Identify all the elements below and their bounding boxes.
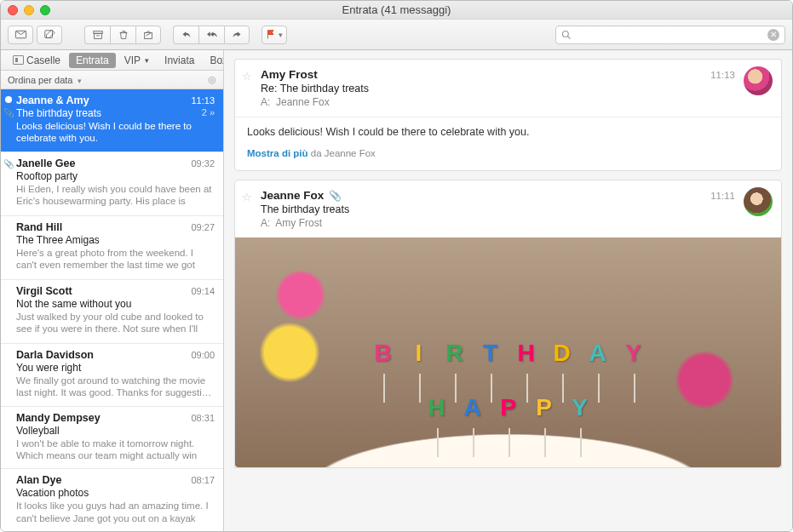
unread-dot-icon [5,96,12,103]
archive-button[interactable] [84,26,110,44]
candle-letter: H [422,387,451,428]
sender-label: Virgil Scott [16,285,72,297]
preview-text: Looks delicious! Wish I could be there t… [16,120,215,145]
sent-label: Inviata [164,54,194,66]
archive-icon [92,29,104,41]
message-row[interactable]: Darla Davidson09:00You were rightWe fina… [1,344,223,407]
archive-group [84,26,161,44]
inbox-tab[interactable]: Entrata [69,53,116,68]
delete-button[interactable] [110,26,135,44]
candle-letter: P [494,387,523,428]
body-text: Looks delicious! Wish I could be there t… [247,126,769,138]
from-label: Amy Frost [261,68,769,81]
close-window-button[interactable] [8,5,18,15]
inbox-label: Entrata [76,54,109,66]
zoom-window-button[interactable] [40,5,50,15]
flag-icon [266,29,277,40]
vip-tab[interactable]: VIP▾ [118,53,156,68]
message-card[interactable]: ☆ Amy Frost Re: The birthday treats A: J… [234,59,782,171]
candle-letter: I [405,333,434,374]
attachment-icon: 📎 [3,108,14,117]
time-label: 11:11 [710,191,735,201]
attachment-icon: 📎 [3,159,14,169]
trash-icon [118,29,129,41]
flag-button[interactable]: ▾ [261,26,287,44]
time-label: 11:13 [191,95,215,106]
filter-icon[interactable]: ◎ [208,74,216,85]
message-row[interactable]: Mandy Dempsey08:31VolleyballI won't be a… [1,407,223,470]
mailboxes-button[interactable]: Caselle [6,53,67,68]
preview-text: Here's a great photo from the weekend. I… [16,247,215,272]
show-more-link[interactable]: Mostra di più da Jeanne Fox [247,148,769,158]
svg-rect-5 [145,32,152,38]
message-row[interactable]: Virgil Scott09:14Not the same without yo… [1,280,223,344]
candle-letter: B [369,333,398,374]
junk-button[interactable] [135,26,161,44]
candle-letter: Y [566,387,595,428]
time-label: 11:13 [710,70,735,80]
drafts-label: Bozze [210,54,224,66]
sender-label: Mandy Dempsey [16,412,101,424]
candle-letter: Y [619,333,648,374]
clear-search-button[interactable]: ✕ [767,29,779,41]
subject-label: Re: The birthday treats [261,83,769,94]
subject-label: The birthday treats [261,203,769,215]
candle-letter: T [476,333,505,374]
message-card[interactable]: ☆ Jeanne Fox📎 The birthday treats A: Amy… [234,180,782,468]
message-row[interactable]: Rand Hill09:27The Three AmigasHere's a g… [1,216,223,280]
traffic-lights [8,5,50,15]
subject-label: Vacation photos [16,487,89,499]
mailboxes-label: Caselle [26,54,60,66]
subject-label: Not the same without you [16,298,131,310]
vip-label: VIP [124,54,141,66]
sent-tab[interactable]: Inviata [158,53,201,68]
message-row[interactable]: Alan Dye08:17Vacation photosIt looks lik… [1,469,223,532]
preview-pane: ☆ Amy Frost Re: The birthday treats A: J… [224,50,792,532]
minimize-window-button[interactable] [24,5,34,15]
sender-label: Jeanne & Amy [16,94,89,106]
attachment-image[interactable]: BIRTHDAY HAPPY [235,237,781,467]
forward-button[interactable] [224,26,250,44]
preview-text: We finally got around to watching the mo… [16,375,215,399]
drafts-tab[interactable]: Bozze▾ [203,53,224,68]
message-row[interactable]: 📎Jeanne & Amy11:13The birthday treats2 »… [1,89,223,152]
chevron-down-icon: ▾ [145,56,149,65]
preview-text: I won't be able to make it tomorrow nigh… [16,438,215,462]
reply-all-icon [204,30,220,40]
subject-label: The Three Amigas [16,234,100,246]
message-header: ☆ Jeanne Fox📎 The birthday treats A: Amy… [235,180,781,237]
subject-label: The birthday treats [16,107,101,119]
message-list-pane: Caselle Entrata VIP▾ Inviata Bozze▾ Ordi… [1,50,224,532]
preview-text: Just walked by your old cube and looked … [16,311,215,336]
reply-button[interactable] [173,26,198,44]
reply-all-button[interactable] [198,26,224,44]
favorites-bar: Caselle Entrata VIP▾ Inviata Bozze▾ [1,50,224,71]
avatar[interactable] [744,187,773,216]
sidebar-icon [13,55,24,65]
cake-letters-bottom: HAPPY [235,387,781,428]
main-content: Caselle Entrata VIP▾ Inviata Bozze▾ Ordi… [1,50,792,532]
sender-label: Janelle Gee [16,157,76,169]
svg-point-6 [563,31,569,37]
message-row[interactable]: 📎Janelle Gee09:32Rooftop partyHi Eden, I… [1,152,223,216]
time-label: 08:31 [191,413,215,423]
attachment-icon: 📎 [329,190,342,202]
avatar[interactable] [744,66,773,95]
sort-bar[interactable]: Ordina per data ▾ ◎ [1,71,223,89]
search-field[interactable]: ✕ [555,26,785,44]
message-list[interactable]: 📎Jeanne & Amy11:13The birthday treats2 »… [1,89,223,532]
subject-label: You were right [16,362,81,374]
compose-icon [43,29,55,41]
time-label: 08:17 [191,475,215,485]
star-icon[interactable]: ☆ [242,70,252,83]
time-label: 09:00 [191,350,215,360]
envelope-icon [14,28,27,41]
get-mail-button[interactable] [8,26,33,44]
candle-letter: H [512,333,541,374]
candle-letter: R [440,333,469,374]
star-icon[interactable]: ☆ [242,191,252,203]
preview-text: Hi Eden, I really wish you could have be… [16,183,215,209]
preview-text: It looks like you guys had an amazing ti… [16,500,215,524]
message-body: Looks delicious! Wish I could be there t… [235,117,781,170]
compose-button[interactable] [37,26,62,44]
